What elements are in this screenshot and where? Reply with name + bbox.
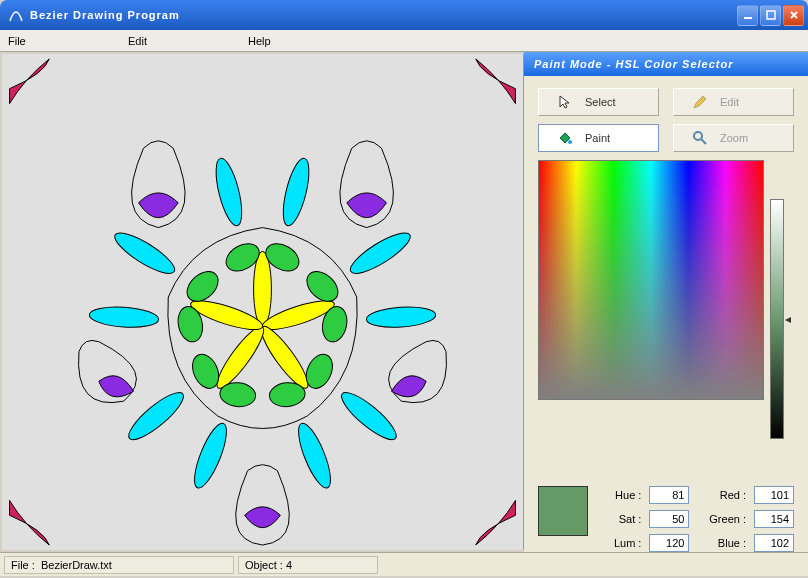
green-input[interactable] [754, 510, 794, 528]
status-file-name: BezierDraw.txt [41, 559, 112, 571]
statusbar: File : BezierDraw.txt Object : 4 [0, 552, 808, 576]
status-object: Object : 4 [238, 556, 378, 574]
svg-point-19 [346, 226, 415, 280]
svg-point-20 [366, 305, 437, 330]
green-label: Green : [695, 513, 748, 525]
side-panel: Paint Mode - HSL Color Selector Select E… [524, 52, 808, 552]
svg-point-4 [255, 322, 314, 393]
blue-label: Blue : [695, 537, 748, 549]
zoom-tool-button[interactable]: Zoom [673, 124, 794, 152]
svg-line-29 [701, 139, 706, 144]
svg-point-24 [123, 386, 189, 446]
menu-help[interactable]: Help [248, 35, 368, 47]
paint-tool-button[interactable]: Paint [538, 124, 659, 152]
pencil-icon [692, 94, 708, 110]
status-object-count: 4 [286, 559, 292, 571]
svg-point-21 [336, 386, 402, 446]
menu-file[interactable]: File [8, 35, 128, 47]
svg-point-17 [211, 156, 247, 228]
hue-label: Hue : [600, 489, 643, 501]
svg-point-22 [292, 420, 336, 492]
select-tool-label: Select [585, 96, 616, 108]
svg-point-26 [110, 226, 179, 280]
sat-label: Sat : [600, 513, 643, 525]
zoom-tool-label: Zoom [720, 132, 748, 144]
minimize-button[interactable] [737, 5, 758, 26]
magnifier-icon [692, 130, 708, 146]
red-input[interactable] [754, 486, 794, 504]
app-icon [8, 7, 24, 23]
window-title: Bezier Drawing Program [30, 9, 737, 21]
cursor-icon [557, 94, 573, 110]
close-button[interactable] [783, 5, 804, 26]
maximize-button[interactable] [760, 5, 781, 26]
lum-label: Lum : [600, 537, 643, 549]
menu-edit[interactable]: Edit [128, 35, 248, 47]
red-label: Red : [695, 489, 748, 501]
edit-tool-button[interactable]: Edit [673, 88, 794, 116]
select-tool-button[interactable]: Select [538, 88, 659, 116]
titlebar: Bezier Drawing Program [0, 0, 808, 30]
sat-input[interactable] [649, 510, 689, 528]
bucket-icon [557, 130, 573, 146]
svg-point-2 [254, 251, 272, 326]
svg-rect-1 [767, 11, 775, 19]
drawing-canvas[interactable] [2, 54, 524, 550]
lum-input[interactable] [649, 534, 689, 552]
status-file-label: File : [11, 559, 35, 571]
edit-tool-label: Edit [720, 96, 739, 108]
blue-input[interactable] [754, 534, 794, 552]
status-object-label: Object : [245, 559, 283, 571]
svg-point-28 [694, 132, 702, 140]
svg-point-5 [211, 322, 270, 393]
paint-tool-label: Paint [585, 132, 610, 144]
menubar: File Edit Help [0, 30, 808, 52]
hue-input[interactable] [649, 486, 689, 504]
svg-point-25 [89, 305, 160, 330]
hue-sat-field[interactable] [538, 160, 764, 400]
svg-rect-0 [744, 17, 752, 19]
svg-point-27 [568, 140, 572, 144]
status-file: File : BezierDraw.txt [4, 556, 234, 574]
luminance-slider[interactable] [770, 199, 784, 439]
svg-point-18 [278, 156, 314, 228]
color-swatch [538, 486, 588, 536]
luminance-indicator-icon[interactable]: ◂ [785, 312, 791, 326]
svg-point-23 [188, 420, 232, 492]
side-panel-header: Paint Mode - HSL Color Selector [524, 52, 808, 76]
